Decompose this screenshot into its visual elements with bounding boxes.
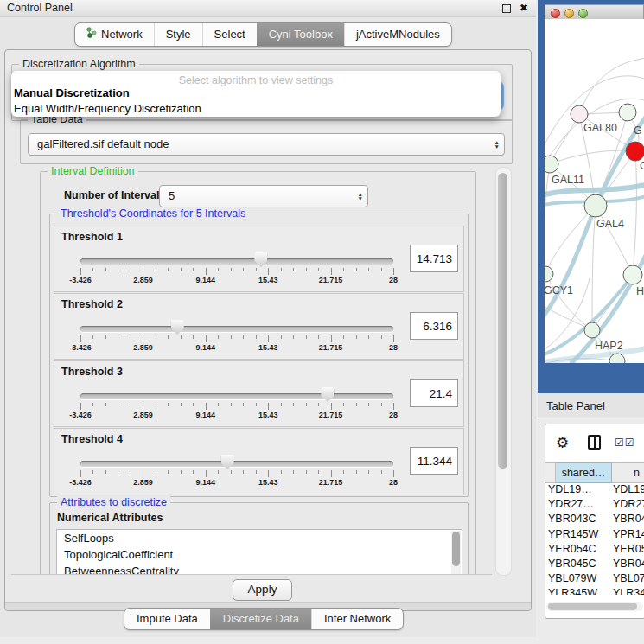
threshold-label: Threshold 3 <box>61 366 123 378</box>
close-icon[interactable]: ✖ <box>520 2 528 14</box>
table-row[interactable]: YDL19…YDL19… <box>545 483 644 498</box>
table-row[interactable]: YBR043CYBR043C <box>545 513 644 527</box>
column-checkboxes-icon[interactable]: ☑☑ <box>615 437 635 449</box>
apply-button[interactable]: Apply <box>233 579 292 601</box>
network-node-c[interactable] <box>626 142 644 161</box>
tab-infer-network[interactable]: Infer Network <box>311 609 403 629</box>
slider-track[interactable] <box>80 393 393 399</box>
column-header-name[interactable]: n <box>612 462 644 483</box>
cell-shared-name[interactable]: YBR043C <box>545 513 612 527</box>
tab-cyni-toolbox[interactable]: Cyni Toolbox <box>257 23 344 46</box>
table-panel-title: Table Panel <box>546 399 605 412</box>
thresholds-group-title: Threshold's Coordinates for 5 Intervals <box>57 207 249 220</box>
attribute-list-item[interactable]: SelfLoops <box>57 530 462 546</box>
number-of-intervals-label: Number of Intervals <box>64 189 165 201</box>
table-row[interactable]: YER054CYER054C <box>545 543 644 558</box>
network-node-hap2[interactable] <box>584 322 600 338</box>
table-hscrollbar-thumb[interactable] <box>548 603 637 610</box>
table-row[interactable]: YBL079WYBL079W <box>545 572 644 587</box>
table-row[interactable]: YPR145WYPR145W <box>545 528 644 543</box>
close-traffic-light-icon[interactable] <box>551 9 560 18</box>
network-node-gal4[interactable] <box>584 194 607 217</box>
slider-thumb[interactable] <box>221 455 234 469</box>
network-node-label: GAL11 <box>552 174 584 186</box>
tab-style[interactable]: Style <box>154 23 202 46</box>
threshold-value-field[interactable]: 11.344 <box>410 447 458 475</box>
slider-thumb[interactable] <box>171 320 184 335</box>
cell-shared-name[interactable]: YDR27… <box>545 498 612 513</box>
network-node-gcy1[interactable] <box>545 266 553 282</box>
table-horizontal-scrollbar[interactable] <box>546 602 643 611</box>
attribute-list-item[interactable]: BetweennessCentrality <box>57 563 462 575</box>
threshold-value-field[interactable]: 6.316 <box>410 312 458 340</box>
slider-tick-label: -3.426 <box>69 411 92 419</box>
float-window-icon[interactable] <box>502 4 511 13</box>
table-data-combobox[interactable]: galFiltered.sif default node ▲▼ <box>28 133 505 156</box>
table-row[interactable]: YDR27…YDR27… <box>545 498 644 513</box>
slider-tick-label: 21.715 <box>319 411 343 419</box>
cell-name[interactable]: YDL19… <box>612 483 644 498</box>
slider-ticks <box>80 268 393 277</box>
cell-shared-name[interactable]: YBL079W <box>545 572 612 587</box>
cell-shared-name[interactable]: YLR345W <box>545 587 612 595</box>
threshold-row-2: Threshold 2-3.4262.8599.14415.4321.71528… <box>54 293 464 360</box>
cell-name[interactable]: YDR27… <box>612 498 644 513</box>
slider-thumb[interactable] <box>321 387 334 402</box>
cell-name[interactable]: YPR145W <box>612 528 644 543</box>
cell-shared-name[interactable]: YER054C <box>545 543 612 558</box>
table-row[interactable]: YBR045CYBR045C <box>545 558 644 572</box>
network-node-gal80[interactable] <box>571 105 588 123</box>
network-node-label: G <box>634 124 642 137</box>
numerical-attributes-list[interactable]: SelfLoopsTopologicalCoefficientBetweenne… <box>56 529 462 575</box>
cell-name[interactable]: YBR045C <box>612 558 644 572</box>
table-row[interactable]: YLR345WYLR345W <box>545 587 644 595</box>
cell-shared-name[interactable]: YDL19… <box>545 483 612 498</box>
cell-shared-name[interactable]: YPR145W <box>545 528 612 543</box>
network-canvas[interactable]: GAL80GCGAL11GAL4GCY1HHAP2 <box>545 19 644 363</box>
table-data-selected-value: galFiltered.sif default node <box>37 134 169 155</box>
attributes-group: Attributes to discretize Numerical Attri… <box>49 502 469 575</box>
zoom-traffic-light-icon[interactable] <box>578 9 588 18</box>
cell-name[interactable]: YLR345W <box>612 587 644 595</box>
gear-icon[interactable]: ⚙ <box>556 434 569 452</box>
cell-name[interactable]: YER054C <box>612 543 644 558</box>
tab-jactivemnodules[interactable]: jActiveMNodules <box>344 23 451 46</box>
network-node-label: GAL4 <box>596 218 624 230</box>
network-node-g[interactable] <box>619 104 636 121</box>
attribute-list-item[interactable]: TopologicalCoefficient <box>57 546 462 563</box>
attributes-list-scrollbar[interactable] <box>451 531 461 575</box>
threshold-value-field[interactable]: 21.4 <box>410 379 458 407</box>
cell-name[interactable]: YBR043C <box>612 513 644 527</box>
split-columns-icon[interactable] <box>588 435 601 450</box>
tab-select[interactable]: Select <box>202 23 257 46</box>
number-of-intervals-combobox[interactable]: 5 ▲▼ <box>159 185 368 207</box>
slider-tick-label: 2.859 <box>133 478 153 487</box>
tab-impute-data[interactable]: Impute Data <box>124 609 210 629</box>
threshold-row-1: Threshold 1-3.4262.8599.14415.4321.71528… <box>54 226 464 292</box>
slider-track[interactable] <box>80 461 393 467</box>
minimize-traffic-light-icon[interactable] <box>564 9 574 18</box>
slider-tick-label: 21.715 <box>319 276 343 284</box>
popup-item-equal-width-frequency[interactable]: Equal Width/Frequency Discretization <box>14 102 201 115</box>
tab-label: jActiveMNodules <box>356 23 440 46</box>
threshold-value-field[interactable]: 14.713 <box>410 245 458 272</box>
tab-label: Cyni Toolbox <box>269 23 333 46</box>
network-node-label: C <box>640 160 644 172</box>
slider-track[interactable] <box>80 258 393 265</box>
tab-network[interactable]: Network <box>75 23 154 46</box>
algorithm-popup-prompt: Select algorithm to view settings <box>11 74 501 86</box>
slider-track[interactable] <box>80 326 393 332</box>
vertical-scrollbar-thumb[interactable] <box>498 173 507 469</box>
slider-tick-label: 9.144 <box>196 411 216 419</box>
column-header-shared-name[interactable]: shared… <box>556 462 612 483</box>
slider-thumb[interactable] <box>254 252 267 267</box>
slider-tick-label: 28 <box>389 276 398 284</box>
popup-item-manual-discretization[interactable]: Manual Discretization <box>14 86 130 99</box>
control-panel-titlebar: Control Panel ✖ <box>0 0 536 17</box>
network-node-h[interactable] <box>623 265 642 284</box>
network-node-gal11[interactable] <box>545 156 558 173</box>
cell-shared-name[interactable]: YBR045C <box>545 558 612 572</box>
vertical-scrollbar[interactable] <box>495 167 512 576</box>
cell-name[interactable]: YBL079W <box>612 572 644 587</box>
tab-discretize-data[interactable]: Discretize Data <box>210 609 311 629</box>
